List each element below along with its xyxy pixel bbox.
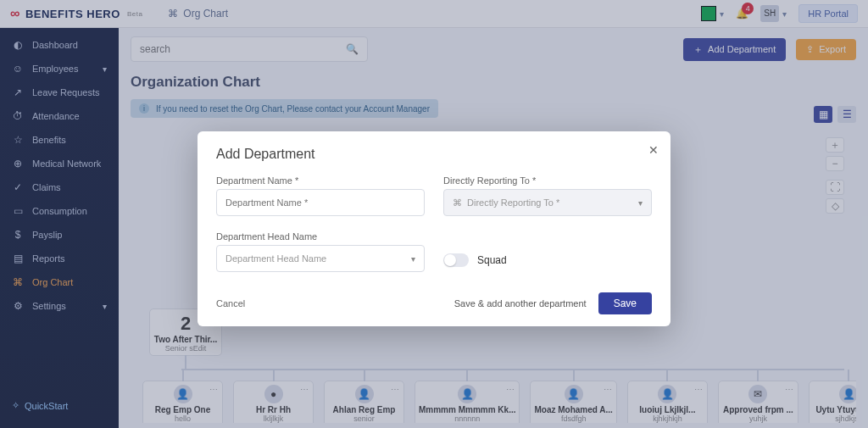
dept-head-label: Department Head Name bbox=[216, 231, 425, 242]
chevron-down-icon: ▾ bbox=[638, 198, 643, 208]
modal-title: Add Department bbox=[216, 147, 652, 162]
save-button[interactable]: Save bbox=[598, 292, 652, 314]
close-icon[interactable]: ✕ bbox=[648, 143, 659, 157]
reporting-to-label: Directly Reporting To * bbox=[443, 175, 652, 186]
chevron-down-icon: ▾ bbox=[411, 254, 415, 264]
cancel-button[interactable]: Cancel bbox=[216, 298, 245, 308]
dept-name-input[interactable] bbox=[216, 189, 425, 216]
reporting-to-select[interactable]: ⌘ Directly Reporting To * ▾ bbox=[443, 189, 652, 216]
save-add-another-button[interactable]: Save & add another department bbox=[454, 298, 587, 308]
add-department-modal: ✕ Add Department Department Name * Direc… bbox=[198, 131, 670, 326]
dept-head-select[interactable]: Department Head Name ▾ bbox=[216, 245, 425, 272]
modal-overlay[interactable]: ✕ Add Department Department Name * Direc… bbox=[0, 0, 868, 428]
squad-toggle[interactable] bbox=[443, 253, 469, 267]
hierarchy-icon: ⌘ bbox=[453, 197, 462, 208]
dept-name-label: Department Name * bbox=[216, 175, 425, 186]
squad-label: Squad bbox=[477, 254, 507, 266]
